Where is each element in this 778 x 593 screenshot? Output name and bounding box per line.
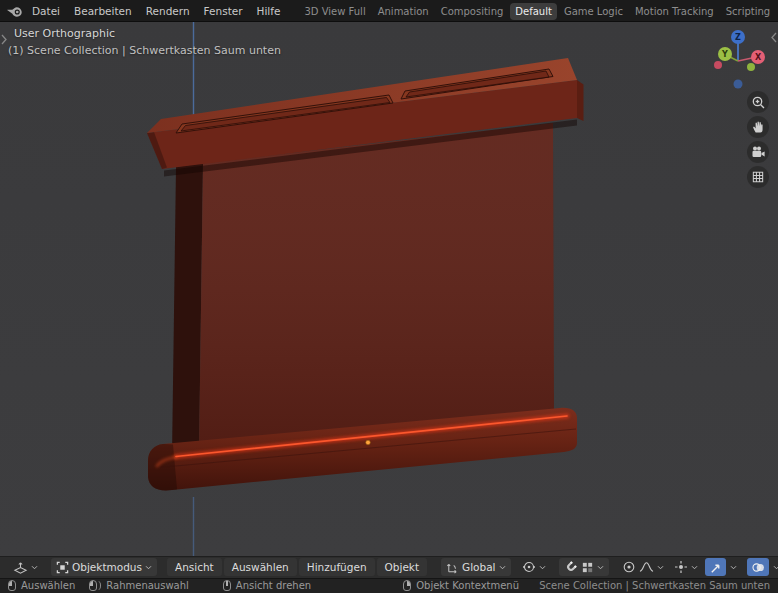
pan-hand-icon[interactable] [747, 116, 769, 138]
gizmos-icon [709, 561, 722, 574]
navigation-gizmo[interactable]: Z Y X [704, 29, 772, 97]
blender-logo-icon[interactable] [6, 4, 23, 18]
hint-box-select-label: Rahmenauswahl [106, 580, 189, 591]
menu-hinzufuegen[interactable]: Hinzufügen [299, 558, 375, 576]
hint-box-select: Rahmenauswahl [89, 580, 189, 591]
pivot-point-icon [522, 560, 536, 574]
tab-3d-view-full[interactable]: 3D View Full [299, 3, 370, 20]
camera-view-icon[interactable] [747, 141, 769, 163]
hint-select: Auswählen [8, 580, 75, 591]
svg-text:Y: Y [721, 50, 728, 59]
gizmo-z-negative[interactable] [734, 80, 743, 89]
menu-rendern[interactable]: Rendern [139, 5, 197, 17]
menu-objekt[interactable]: Objekt [377, 558, 428, 576]
snap-group [559, 558, 609, 576]
orientation-label: Global [462, 561, 496, 573]
mode-label: Objektmodus [72, 561, 142, 573]
blender-window: Datei Bearbeiten Rendern Fenster Hilfe 3… [0, 0, 778, 593]
scene-canvas [0, 22, 778, 556]
chevron-down-icon [691, 565, 698, 570]
mouse-drag-icon [89, 580, 97, 591]
object-body-shading [199, 123, 554, 452]
menu-datei[interactable]: Datei [25, 5, 67, 17]
gizmo-x-axis[interactable]: X [751, 50, 765, 64]
svg-text:Z: Z [735, 33, 741, 42]
overlays-icon [751, 561, 765, 574]
zoom-icon[interactable] [747, 91, 769, 113]
status-bar: Auswählen Rahmenauswahl Ansicht drehen O… [0, 578, 778, 593]
hint-rotate-view-label: Ansicht drehen [236, 580, 311, 591]
viewport-3d[interactable]: User Orthographic (1) Scene Collection |… [0, 22, 778, 556]
object-mode-icon [56, 561, 69, 574]
chevron-down-icon [499, 565, 506, 570]
svg-text:X: X [755, 53, 762, 62]
falloff-curve-icon[interactable] [639, 560, 654, 574]
gizmo-x-negative[interactable] [714, 61, 722, 69]
show-gizmo-icon [674, 560, 688, 574]
chevron-down-icon [597, 565, 604, 570]
mouse-left-icon [8, 580, 16, 591]
object-body-side [172, 163, 203, 456]
toolbar-expand-arrow[interactable] [1, 34, 7, 45]
topbar: Datei Bearbeiten Rendern Fenster Hilfe 3… [0, 0, 778, 22]
overlays-dropdown[interactable] [771, 558, 778, 576]
tab-animation[interactable]: Animation [373, 3, 434, 20]
hint-select-label: Auswählen [21, 580, 75, 591]
object-cap-right-end [577, 80, 584, 121]
mode-selector[interactable]: Objektmodus [51, 558, 157, 576]
chevron-down-icon [773, 565, 778, 570]
tab-motion-tracking[interactable]: Motion Tracking [630, 3, 719, 20]
hint-rotate-view: Ansicht drehen [223, 580, 311, 591]
workspace-tabs: 3D View Full Animation Compositing Defau… [299, 0, 778, 22]
object-origin-dot [366, 440, 371, 445]
menu-fenster[interactable]: Fenster [197, 5, 250, 17]
proportional-editing-group [617, 558, 669, 576]
gizmos-dropdown[interactable] [728, 558, 739, 576]
gizmo-z-axis[interactable]: Z [731, 30, 745, 44]
menu-ansicht[interactable]: Ansicht [167, 558, 222, 576]
show-gizmo-button[interactable] [669, 558, 703, 576]
proportional-editing-icon[interactable] [622, 560, 636, 574]
mouse-middle-icon [223, 580, 231, 591]
gizmos-toggle[interactable] [705, 558, 726, 576]
hint-context-menu: Objekt Kontextmenü [403, 580, 519, 591]
orientation-selector[interactable]: Global [441, 558, 511, 576]
main-menus: Datei Bearbeiten Rendern Fenster Hilfe [25, 5, 287, 17]
snap-magnet-icon[interactable] [564, 560, 578, 574]
chevron-down-icon [730, 565, 737, 570]
gizmo-y-axis[interactable]: Y [718, 47, 732, 61]
gizmo-y-negative[interactable] [747, 63, 755, 71]
viewport-header-toolbar: Objektmodus Ansicht Auswählen Hinzufügen… [0, 556, 778, 578]
tab-game-logic[interactable]: Game Logic [559, 3, 628, 20]
menu-hilfe[interactable]: Hilfe [250, 5, 288, 17]
viewport-nav-buttons [747, 91, 769, 188]
active-object-breadcrumb: Scene Collection | Schwertkasten Saum un… [539, 580, 770, 591]
snap-target-icon[interactable] [581, 561, 594, 574]
ortho-grid-icon[interactable] [747, 166, 769, 188]
orientation-global-icon [446, 561, 459, 574]
tab-default[interactable]: Default [510, 3, 557, 20]
tab-scripting[interactable]: Scripting [721, 3, 775, 20]
mouse-right-icon [403, 580, 411, 591]
menu-bearbeiten[interactable]: Bearbeiten [67, 5, 139, 17]
menu-auswaehlen[interactable]: Auswählen [224, 558, 297, 576]
editor-type-button[interactable] [8, 558, 43, 576]
overlays-toggle[interactable] [747, 558, 769, 576]
object-schwertkasten[interactable] [147, 58, 584, 490]
chevron-down-icon [31, 565, 38, 570]
hint-context-menu-label: Objekt Kontextmenü [416, 580, 519, 591]
tab-compositing[interactable]: Compositing [436, 3, 509, 20]
pivot-point-button[interactable] [517, 558, 551, 576]
chevron-down-icon [539, 565, 546, 570]
editor-3d-viewport-icon [13, 560, 28, 575]
chevron-down-icon [657, 565, 664, 570]
chevron-down-icon [145, 565, 152, 570]
